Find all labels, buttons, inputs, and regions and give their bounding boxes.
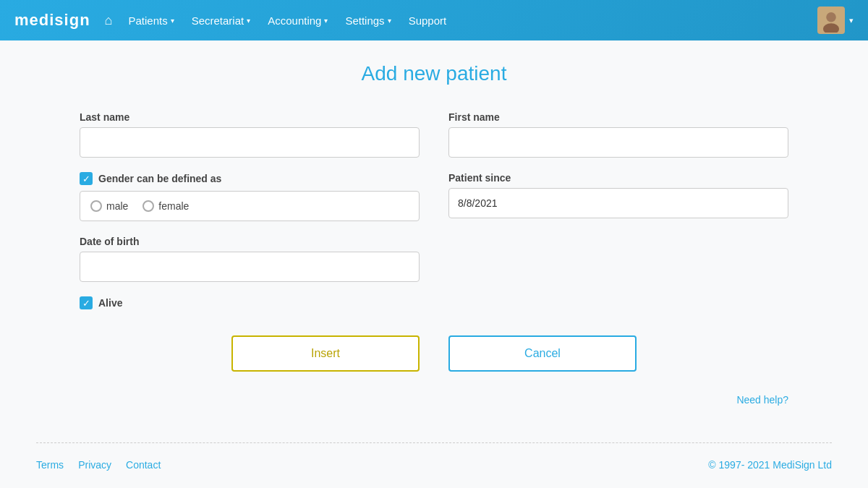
nav-item-secretariat[interactable]: Secretariat ▾: [184, 10, 258, 31]
brand-logo[interactable]: medisign: [14, 11, 90, 30]
last-name-label: Last name: [80, 111, 420, 123]
avatar: [817, 7, 845, 34]
main-content: Add new patient Last name First name ✓ G…: [22, 40, 846, 435]
gender-checkbox-row: ✓ Gender can be defined as: [80, 172, 420, 185]
button-row: Insert Cancel: [80, 335, 788, 372]
radio-female[interactable]: female: [142, 200, 189, 212]
chevron-down-icon: ▾: [388, 17, 391, 25]
alive-checkbox[interactable]: ✓: [80, 296, 93, 309]
last-name-group: Last name: [80, 111, 420, 158]
nav-item-support[interactable]: Support: [401, 10, 454, 31]
gender-group: ✓ Gender can be defined as male female: [80, 172, 420, 221]
patient-since-label: Patient since: [448, 172, 788, 184]
name-row: Last name First name: [80, 111, 788, 158]
dob-group: Date of birth: [80, 236, 420, 282]
gender-radio-group: male female: [80, 191, 420, 221]
footer-links: Terms Privacy Contact: [36, 459, 161, 471]
footer-link-terms[interactable]: Terms: [36, 459, 64, 471]
chevron-down-icon: ▾: [247, 17, 250, 25]
alive-section: ✓ Alive: [80, 296, 788, 309]
insert-button[interactable]: Insert: [231, 335, 420, 372]
home-icon[interactable]: ⌂: [105, 13, 113, 28]
footer: Terms Privacy Contact © 1997- 2021 MediS…: [22, 450, 846, 479]
patient-since-input[interactable]: 8/8/2021: [448, 188, 788, 218]
first-name-label: First name: [448, 111, 788, 123]
first-name-group: First name: [448, 111, 788, 158]
footer-link-privacy[interactable]: Privacy: [78, 459, 111, 471]
chevron-down-icon: ▾: [171, 17, 174, 25]
patient-form: Last name First name ✓ Gender can be def…: [36, 111, 832, 406]
svg-point-1: [826, 12, 836, 22]
user-menu[interactable]: ▾: [817, 7, 854, 34]
footer-link-contact[interactable]: Contact: [126, 459, 161, 471]
alive-label: Alive: [98, 297, 122, 309]
radio-female-label: female: [158, 200, 189, 212]
radio-male[interactable]: male: [90, 200, 128, 212]
navbar-menu: Patients ▾ Secretariat ▾ Accounting ▾ Se…: [121, 10, 812, 31]
dob-input[interactable]: [80, 252, 420, 282]
nav-item-accounting[interactable]: Accounting ▾: [260, 10, 335, 31]
chevron-down-icon: ▾: [849, 16, 854, 25]
radio-male-label: male: [106, 200, 128, 212]
first-name-input[interactable]: [448, 127, 788, 158]
dob-label: Date of birth: [80, 236, 420, 247]
cancel-button[interactable]: Cancel: [448, 335, 637, 372]
nav-item-patients[interactable]: Patients ▾: [121, 10, 181, 31]
gender-checkbox[interactable]: ✓: [80, 172, 93, 185]
footer-container: [22, 442, 846, 443]
footer-divider: [36, 442, 832, 443]
patient-since-group: Patient since 8/8/2021: [448, 172, 788, 221]
chevron-down-icon: ▾: [324, 17, 328, 25]
dob-section: Date of birth: [80, 236, 788, 282]
nav-item-settings[interactable]: Settings ▾: [338, 10, 398, 31]
last-name-input[interactable]: [80, 127, 420, 158]
company-link[interactable]: MediSign Ltd: [773, 459, 832, 471]
page-title: Add new patient: [36, 62, 832, 85]
gender-row: ✓ Gender can be defined as male female: [80, 172, 788, 221]
navbar: medisign ⌂ Patients ▾ Secretariat ▾ Acco…: [0, 0, 868, 40]
help-link[interactable]: Need help?: [736, 394, 788, 406]
radio-circle-female: [142, 200, 154, 212]
footer-copyright: © 1997- 2021 MediSign Ltd: [708, 459, 832, 471]
help-row: Need help?: [80, 393, 788, 406]
radio-circle-male: [90, 200, 102, 212]
gender-checkbox-label: Gender can be defined as: [98, 173, 221, 184]
